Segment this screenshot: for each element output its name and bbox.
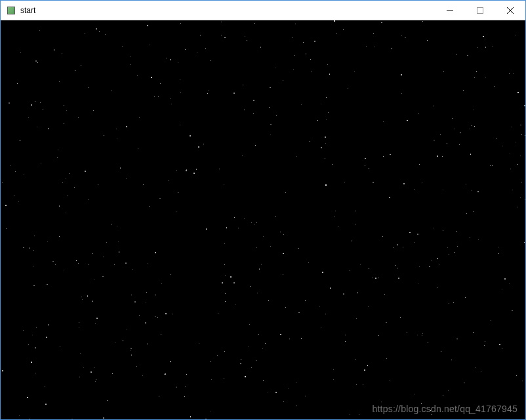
- star: [381, 22, 382, 24]
- star: [15, 171, 16, 172]
- star: [211, 361, 211, 362]
- star: [301, 338, 302, 339]
- star: [78, 117, 79, 118]
- star: [457, 339, 458, 339]
- star: [520, 156, 521, 156]
- star: [325, 158, 325, 159]
- star: [180, 23, 181, 24]
- star: [386, 358, 387, 359]
- star: [275, 392, 277, 393]
- star: [251, 368, 252, 368]
- star: [354, 72, 355, 72]
- star: [335, 211, 336, 211]
- star: [521, 134, 523, 135]
- star: [60, 346, 60, 347]
- star: [180, 125, 180, 125]
- star: [186, 374, 187, 375]
- star: [473, 110, 474, 110]
- star: [112, 373, 113, 374]
- star: [502, 289, 502, 289]
- star: [190, 135, 191, 136]
- star: [71, 419, 73, 419]
- star: [325, 314, 326, 314]
- star: [345, 341, 346, 342]
- star: [134, 301, 136, 303]
- star: [33, 266, 33, 266]
- star: [280, 334, 281, 335]
- star: [485, 47, 487, 48]
- star: [235, 304, 235, 305]
- close-button[interactable]: [495, 1, 525, 20]
- star: [504, 278, 506, 280]
- star: [146, 302, 147, 303]
- star: [89, 200, 89, 200]
- star: [151, 77, 152, 78]
- star: [35, 101, 35, 102]
- star: [398, 278, 399, 279]
- star: [373, 278, 373, 278]
- star: [79, 322, 79, 323]
- star: [221, 22, 222, 22]
- star: [157, 317, 158, 318]
- star: [92, 301, 93, 302]
- star: [484, 345, 485, 346]
- star: [116, 129, 117, 129]
- star: [456, 231, 457, 232]
- star: [241, 359, 241, 360]
- star: [369, 168, 369, 169]
- star: [62, 53, 62, 54]
- star: [437, 258, 439, 259]
- star: [91, 371, 92, 373]
- star: [199, 343, 199, 344]
- star: [492, 165, 493, 166]
- star: [45, 387, 45, 387]
- star: [92, 253, 93, 254]
- star: [400, 317, 401, 318]
- star: [207, 93, 208, 94]
- star: [118, 242, 119, 242]
- star: [59, 81, 60, 82]
- star: [453, 302, 454, 303]
- star: [317, 120, 318, 121]
- maximize-button[interactable]: [465, 1, 495, 20]
- star: [258, 334, 259, 335]
- star: [74, 187, 75, 188]
- star: [276, 115, 277, 116]
- minimize-button[interactable]: [435, 1, 465, 20]
- star: [422, 335, 422, 336]
- star: [449, 303, 449, 304]
- star: [512, 310, 513, 312]
- star: [180, 79, 180, 80]
- star: [466, 213, 467, 214]
- star: [64, 270, 64, 270]
- star: [197, 52, 197, 53]
- star: [224, 37, 226, 39]
- svg-rect-1: [477, 7, 483, 13]
- star: [474, 77, 475, 78]
- star: [225, 301, 226, 302]
- star: [275, 68, 275, 68]
- star: [382, 236, 383, 237]
- star: [243, 85, 243, 85]
- star: [520, 125, 521, 126]
- star: [81, 65, 81, 66]
- star: [43, 109, 43, 110]
- star: [395, 265, 395, 266]
- star: [169, 180, 169, 181]
- star: [432, 261, 432, 261]
- star: [14, 195, 14, 196]
- star: [224, 351, 225, 352]
- star: [130, 64, 131, 65]
- star: [422, 21, 423, 22]
- star: [415, 189, 415, 190]
- star: [525, 200, 525, 200]
- star: [218, 313, 218, 314]
- star: [256, 222, 257, 223]
- star: [429, 266, 430, 268]
- star: [155, 295, 156, 296]
- star: [295, 24, 296, 24]
- star: [24, 174, 24, 175]
- star: [321, 147, 322, 148]
- star: [46, 337, 47, 338]
- star: [117, 138, 117, 138]
